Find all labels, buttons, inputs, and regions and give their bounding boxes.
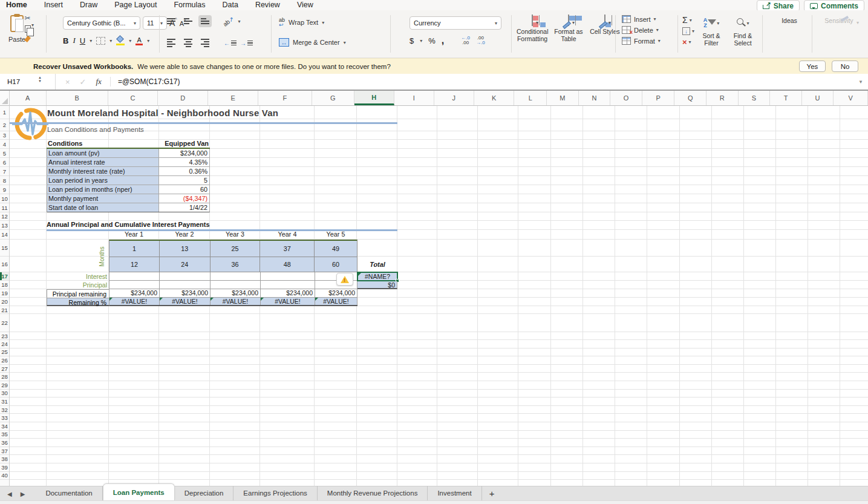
underline-chevron-icon[interactable]: ▾ <box>90 38 92 44</box>
row-header-1[interactable]: 1 <box>0 106 9 119</box>
column-header-V[interactable]: V <box>834 91 868 105</box>
copy-icon[interactable] <box>25 25 31 33</box>
cell[interactable]: #VALUE! <box>261 298 315 305</box>
select-all-corner[interactable] <box>0 91 10 106</box>
column-header-T[interactable]: T <box>770 91 802 105</box>
confirm-entry-icon[interactable]: ✓ <box>80 77 86 87</box>
column-header-R[interactable]: R <box>706 91 739 105</box>
year-header[interactable]: Year 4 <box>260 231 315 240</box>
sort-filter-button[interactable]: AZ▾ Sort & Filter <box>698 14 725 47</box>
format-cells-button[interactable]: Format ▾ <box>622 37 661 45</box>
row-header-15[interactable]: 15 <box>0 240 9 257</box>
row-header-4[interactable]: 4 <box>0 140 9 149</box>
year-header[interactable]: Year 3 <box>210 231 260 240</box>
row-header-6[interactable]: 6 <box>0 158 9 167</box>
delete-cells-button[interactable]: × Delete ▾ <box>622 26 661 34</box>
sheet-tab-earnings-projections[interactable]: Earnings Projections <box>233 486 317 500</box>
insert-function-icon[interactable]: fx <box>96 77 102 87</box>
row-header-35[interactable]: 35 <box>0 431 9 439</box>
column-header-Q[interactable]: Q <box>674 91 706 105</box>
row-header-17[interactable]: 17 <box>0 272 9 281</box>
accounting-chevron-icon[interactable]: ▾ <box>420 38 422 44</box>
cell[interactable]: 1 <box>109 241 160 257</box>
cell[interactable] <box>160 281 210 289</box>
tab-view[interactable]: View <box>297 0 313 10</box>
italic-button[interactable]: I <box>73 36 75 45</box>
name-box-stepper[interactable]: ▲▼ <box>38 76 42 83</box>
conditional-formatting-button[interactable]: ▾ Conditional Formatting <box>517 15 548 42</box>
cell[interactable]: $234,000 <box>210 289 261 297</box>
sheet-tab-monthly-revenue-projections[interactable]: Monthly Revenue Projections <box>318 486 428 500</box>
cell[interactable] <box>261 272 315 280</box>
borders-icon[interactable] <box>96 37 105 45</box>
row-header-38[interactable]: 38 <box>0 455 9 463</box>
cell[interactable]: 37 <box>260 241 315 257</box>
borders-chevron-icon[interactable]: ▾ <box>109 38 112 44</box>
cell[interactable]: 48 <box>260 257 315 272</box>
column-header-B[interactable]: B <box>47 91 108 105</box>
increase-indent-icon[interactable]: → <box>240 40 253 47</box>
sheet-tab-investment[interactable]: Investment <box>428 486 481 500</box>
cell[interactable] <box>261 281 315 289</box>
cell[interactable] <box>160 272 210 280</box>
align-middle-button[interactable] <box>181 15 195 27</box>
row-header-18[interactable]: 18 <box>0 281 9 289</box>
row-header-34[interactable]: 34 <box>0 422 9 431</box>
column-header-N[interactable]: N <box>579 91 611 105</box>
align-right-button[interactable] <box>198 37 212 49</box>
column-header-S[interactable]: S <box>739 91 771 105</box>
column-header-M[interactable]: M <box>547 91 579 105</box>
row-header-27[interactable]: 27 <box>0 365 9 373</box>
sheet-tab-depreciation[interactable]: Depreciation <box>175 486 234 500</box>
cut-icon[interactable]: ✂ <box>24 14 30 22</box>
cell[interactable] <box>210 281 261 289</box>
format-painter-icon[interactable] <box>24 36 31 42</box>
cell[interactable]: 25 <box>210 241 261 257</box>
align-bottom-button[interactable] <box>198 15 212 27</box>
decrease-decimal-button[interactable]: .00→.0 <box>476 36 485 45</box>
column-header-F[interactable]: F <box>258 91 312 105</box>
fill-color-icon[interactable] <box>116 36 125 45</box>
column-header-D[interactable]: D <box>158 91 208 105</box>
row-header-8[interactable]: 8 <box>0 176 9 185</box>
column-header-I[interactable]: I <box>394 91 434 105</box>
total-header[interactable]: Total <box>357 257 397 272</box>
year-header[interactable]: Year 2 <box>159 231 210 240</box>
bold-button[interactable]: B <box>63 36 68 45</box>
row-header-37[interactable]: 37 <box>0 447 9 456</box>
sensitivity-button[interactable]: ▾ Sensitivity <box>818 15 860 24</box>
cell[interactable] <box>109 272 160 280</box>
column-header-C[interactable]: C <box>108 91 158 105</box>
column-header-P[interactable]: P <box>642 91 675 105</box>
column-header-A[interactable]: A <box>10 91 47 105</box>
clear-button[interactable]: ×▾ <box>682 38 691 47</box>
decrease-indent-icon[interactable]: ← <box>224 40 237 47</box>
increase-decimal-button[interactable]: ←.0.00 <box>461 36 470 45</box>
insert-cells-button[interactable]: Insert ▾ <box>622 15 661 23</box>
number-format-select[interactable]: Currency▾ <box>410 16 501 30</box>
conditions-header[interactable]: Conditions <box>47 140 159 148</box>
row-header-11[interactable]: 11 <box>0 203 9 212</box>
text-orientation-icon[interactable]: ab↗ <box>222 15 235 28</box>
row-header-33[interactable]: 33 <box>0 414 9 422</box>
underline-button[interactable]: U <box>80 36 85 45</box>
fill-button[interactable]: ↓▾ <box>682 27 694 35</box>
cell[interactable]: $234,000 <box>109 289 160 297</box>
row-header-29[interactable]: 29 <box>0 381 9 390</box>
column-header-G[interactable]: G <box>312 91 354 105</box>
column-header-O[interactable]: O <box>610 91 642 105</box>
cell[interactable] <box>210 272 261 280</box>
cell[interactable]: 60 <box>315 257 357 272</box>
sheet-tab-documentation[interactable]: Documentation <box>36 486 102 500</box>
cell[interactable]: #VALUE! <box>315 298 357 305</box>
interest-row-label[interactable]: Interest <box>47 272 109 281</box>
selected-cell-h17[interactable]: #NAME? <box>357 272 398 281</box>
year-header[interactable]: Year 5 <box>315 231 357 240</box>
sheet-area[interactable]: Mount Moreland Hospital - Neighborhood N… <box>10 106 868 486</box>
cell[interactable] <box>109 281 160 289</box>
row-header-28[interactable]: 28 <box>0 373 9 381</box>
autosum-button[interactable]: Σ▾ <box>682 15 692 25</box>
row-header-7[interactable]: 7 <box>0 167 9 176</box>
row-header-39[interactable]: 39 <box>0 463 9 472</box>
principal-row-label[interactable]: Principal <box>47 281 109 289</box>
